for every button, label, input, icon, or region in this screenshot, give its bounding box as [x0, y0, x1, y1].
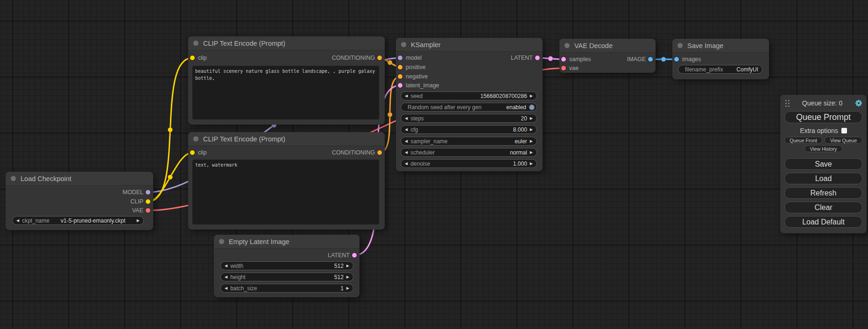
widget-steps[interactable]: ◀steps20▶ [401, 114, 537, 123]
input-slot-dot-negative[interactable] [398, 74, 402, 79]
widget-label: height [230, 274, 246, 280]
node-clip_pos[interactable]: CLIP Text Encode (Prompt)clipCONDITIONIN… [188, 36, 385, 125]
increment-arrow-icon[interactable]: ▶ [530, 151, 533, 154]
node-collapse-dot[interactable] [219, 239, 224, 244]
save-button[interactable]: Save [784, 158, 862, 170]
node-title: Load Checkpoint [21, 175, 71, 182]
decrement-arrow-icon[interactable]: ◀ [225, 287, 227, 290]
load-default-button[interactable]: Load Default [784, 216, 862, 228]
widget-ckpt_name[interactable]: ◀ckpt_namev1-5-pruned-emaonly.ckpt▶ [12, 216, 144, 225]
queue-front-button[interactable]: Queue Front [784, 137, 822, 144]
increment-arrow-icon[interactable]: ▶ [346, 264, 349, 268]
node-clip_neg[interactable]: CLIP Text Encode (Prompt)clipCONDITIONIN… [188, 132, 385, 230]
refresh-button[interactable]: Refresh [784, 187, 862, 199]
node-vae_decode[interactable]: VAE DecodesamplesvaeIMAGE [559, 39, 656, 73]
node-ksampler[interactable]: KSamplermodelpositivenegativelatent_imag… [396, 38, 543, 171]
decrement-arrow-icon[interactable]: ◀ [225, 275, 227, 279]
output-slot-dot-CLIP[interactable] [146, 199, 150, 204]
node-title: Save Image [687, 42, 723, 49]
decrement-arrow-icon[interactable]: ◀ [405, 151, 408, 154]
node-load_checkpoint[interactable]: Load CheckpointMODELCLIPVAE◀ckpt_namev1-… [6, 172, 153, 230]
node-collapse-dot[interactable] [565, 43, 570, 48]
decrement-arrow-icon[interactable]: ◀ [405, 140, 408, 143]
prompt-textarea[interactable]: beautiful scenery nature glass bottle la… [192, 66, 379, 119]
toggle-knob[interactable] [529, 105, 535, 110]
widget-batch_size[interactable]: ◀batch_size1▶ [220, 284, 353, 293]
decrement-arrow-icon[interactable]: ◀ [225, 264, 227, 268]
node-header: CLIP Text Encode (Prompt) [188, 132, 385, 146]
node-collapse-dot[interactable] [677, 43, 683, 48]
output-slot-dot-CONDITIONING[interactable] [377, 150, 382, 155]
increment-arrow-icon[interactable]: ▶ [530, 117, 533, 120]
link-midpoint-dot[interactable] [661, 57, 666, 62]
node-collapse-dot[interactable] [193, 41, 198, 46]
node-header: Save Image [672, 39, 769, 53]
widget-seed[interactable]: ◀seed156680208700286▶ [401, 91, 537, 100]
widget-label: scheduler [410, 149, 435, 156]
clear-button[interactable]: Clear [784, 202, 862, 213]
prompt-textarea[interactable]: text, watermark [192, 160, 379, 224]
widget-denoise[interactable]: ◀denoise1.000▶ [401, 159, 537, 168]
increment-arrow-icon[interactable]: ▶ [530, 128, 533, 132]
widget-label: cfg [410, 126, 418, 133]
decrement-arrow-icon[interactable]: ◀ [405, 128, 408, 132]
widget-label: width [230, 263, 243, 269]
widget-cfg[interactable]: ◀cfg8.000▶ [401, 125, 537, 134]
output-slot-dot-LATENT[interactable] [352, 253, 357, 258]
link-midpoint-dot[interactable] [168, 175, 172, 179]
link-midpoint-dot[interactable] [388, 112, 392, 117]
decrement-arrow-icon[interactable]: ◀ [405, 94, 408, 98]
output-slot-label: VAE [132, 207, 143, 214]
view-queue-button[interactable]: View Queue [825, 137, 862, 144]
node-graph-canvas[interactable]: Load CheckpointMODELCLIPVAE◀ckpt_namev1-… [0, 0, 868, 329]
input-slot-dot-clip[interactable] [190, 150, 195, 155]
view-history-button[interactable]: View History [804, 145, 842, 152]
decrement-arrow-icon[interactable]: ◀ [16, 219, 19, 223]
input-slot-dot-clip[interactable] [190, 56, 195, 60]
widget-Random seed after every gen[interactable]: Random seed after every genenabled [401, 103, 537, 112]
increment-arrow-icon[interactable]: ▶ [530, 94, 533, 98]
increment-arrow-icon[interactable]: ▶ [137, 219, 140, 223]
extra-options-checkbox[interactable] [841, 128, 847, 133]
widget-value: ComfyUI [726, 66, 758, 73]
widget-value: 1.000 [433, 161, 527, 167]
input-slot-dot-images[interactable] [674, 57, 679, 62]
input-slot-dot-positive[interactable] [398, 65, 402, 70]
panel-drag-handle-icon[interactable] [785, 100, 790, 107]
load-button[interactable]: Load [784, 173, 862, 184]
input-slot-dot-latent_image[interactable] [398, 83, 402, 88]
output-slot-dot-MODEL[interactable] [146, 190, 150, 195]
node-collapse-dot[interactable] [193, 136, 198, 141]
widget-width[interactable]: ◀width512▶ [220, 261, 353, 270]
output-slot-dot-CONDITIONING[interactable] [377, 56, 382, 60]
output-slot-label: MODEL [123, 189, 143, 196]
widget-height[interactable]: ◀height512▶ [220, 273, 353, 281]
decrement-arrow-icon[interactable]: ◀ [405, 162, 408, 166]
increment-arrow-icon[interactable]: ▶ [530, 162, 533, 166]
output-slot-label: IMAGE [627, 56, 646, 63]
link-midpoint-dot[interactable] [388, 60, 392, 65]
node-empty_latent[interactable]: Empty Latent ImageLATENT◀width512▶◀heigh… [214, 235, 360, 297]
output-slot-dot-VAE[interactable] [146, 208, 150, 213]
widget-sampler_name[interactable]: ◀sampler_nameeuler▶ [401, 137, 537, 146]
output-slot-dot-LATENT[interactable] [535, 56, 540, 60]
widget-filename_prefix[interactable]: filename_prefixComfyUI [678, 65, 762, 74]
increment-arrow-icon[interactable]: ▶ [530, 140, 533, 143]
increment-arrow-icon[interactable]: ▶ [346, 287, 349, 290]
input-slot-dot-samples[interactable] [561, 57, 566, 62]
node-collapse-dot[interactable] [11, 176, 16, 181]
queue-prompt-button[interactable]: Queue Prompt [784, 111, 862, 123]
widget-value: enabled [484, 104, 526, 111]
input-slot-dot-vae[interactable] [561, 66, 566, 70]
settings-gear-icon[interactable] [855, 99, 862, 107]
output-slot-dot-IMAGE[interactable] [648, 57, 653, 62]
output-slot-label: LATENT [511, 55, 533, 61]
widget-scheduler[interactable]: ◀schedulernormal▶ [401, 148, 537, 157]
increment-arrow-icon[interactable]: ▶ [346, 275, 349, 279]
link-midpoint-dot[interactable] [168, 127, 172, 132]
node-collapse-dot[interactable] [401, 42, 406, 47]
input-slot-dot-model[interactable] [398, 56, 402, 60]
decrement-arrow-icon[interactable]: ◀ [405, 117, 408, 120]
node-save_image[interactable]: Save Imageimagesfilename_prefixComfyUI [672, 39, 769, 79]
link-midpoint-dot[interactable] [548, 56, 553, 61]
